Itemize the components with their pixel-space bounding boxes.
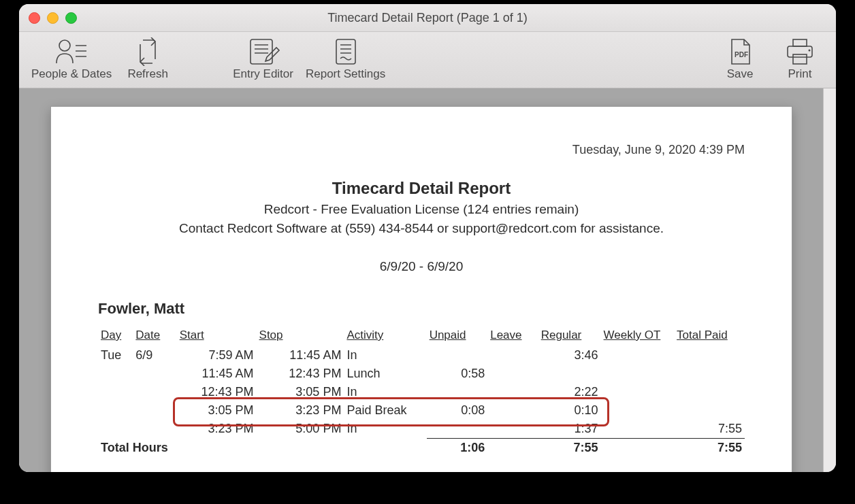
table-row: 12:43 PM3:05 PMIn2:22 [98, 383, 745, 401]
employee-name: Fowler, Matt [98, 300, 745, 318]
print-label: Print [788, 67, 812, 81]
report-timestamp: Tuesday, June 9, 2020 4:39 PM [98, 143, 745, 157]
titlebar: Timecard Detail Report (Page 1 of 1) [19, 4, 836, 32]
cell-weekly_ot [601, 346, 675, 365]
cell-total_paid: 7:55 [674, 420, 745, 439]
toolbar: People & Dates Refresh [19, 32, 836, 88]
totals-weekly_ot [601, 439, 675, 457]
svg-rect-15 [793, 54, 807, 64]
col-unpaid: Unpaid [427, 324, 488, 346]
cell-weekly_ot [601, 383, 675, 401]
cell-total_paid [674, 383, 745, 401]
entry-editor-label: Entry Editor [233, 67, 293, 81]
cell-activity: Paid Break [344, 401, 426, 420]
cell-start: 3:23 PM [177, 420, 257, 439]
cell-stop: 3:23 PM [257, 401, 344, 420]
cell-weekly_ot [601, 420, 675, 439]
vertical-scrollbar[interactable] [823, 88, 836, 472]
cell-activity: Lunch [344, 365, 426, 383]
entry-editor-icon [246, 36, 280, 67]
document-viewport[interactable]: Tuesday, June 9, 2020 4:39 PM Timecard D… [19, 88, 823, 472]
people-dates-button[interactable]: People & Dates [31, 36, 112, 81]
cell-regular [538, 365, 601, 383]
refresh-label: Refresh [127, 67, 168, 81]
content-area: Tuesday, June 9, 2020 4:39 PM Timecard D… [19, 88, 836, 472]
report-settings-icon [332, 36, 359, 67]
col-activity: Activity [344, 324, 426, 346]
cell-day [98, 401, 133, 420]
window-controls [29, 12, 77, 24]
totals-unpaid: 1:06 [427, 439, 488, 457]
cell-unpaid: 0:58 [427, 365, 488, 383]
cell-start: 11:45 AM [177, 365, 257, 383]
report-settings-button[interactable]: Report Settings [306, 36, 385, 81]
save-button[interactable]: PDF Save [716, 36, 764, 81]
cell-date: 6/9 [133, 346, 176, 365]
col-weekly-ot: Weekly OT [601, 324, 675, 346]
cell-stop: 12:43 PM [257, 365, 344, 383]
date-range: 6/9/20 - 6/9/20 [98, 259, 745, 274]
cell-leave [487, 420, 538, 439]
pdf-icon: PDF [726, 36, 754, 67]
report-settings-label: Report Settings [306, 67, 385, 81]
cell-unpaid [427, 383, 488, 401]
app-window: Timecard Detail Report (Page 1 of 1) Peo… [19, 4, 836, 472]
cell-leave [487, 383, 538, 401]
svg-text:PDF: PDF [735, 51, 748, 58]
cell-regular: 3:46 [538, 346, 601, 365]
table-row: 11:45 AM12:43 PMLunch0:58 [98, 365, 745, 383]
cell-regular: 1:37 [538, 420, 601, 439]
cell-stop: 5:00 PM [257, 420, 344, 439]
cell-leave [487, 346, 538, 365]
cell-weekly_ot [601, 401, 675, 420]
col-regular: Regular [538, 324, 601, 346]
cell-total_paid [674, 401, 745, 420]
table-row: Tue6/97:59 AM11:45 AMIn3:46 [98, 346, 745, 365]
col-total-paid: Total Paid [674, 324, 745, 346]
cell-stop: 3:05 PM [257, 383, 344, 401]
cell-leave [487, 401, 538, 420]
cell-date [133, 401, 176, 420]
report-title: Timecard Detail Report [98, 179, 745, 198]
cell-total_paid [674, 365, 745, 383]
close-window-button[interactable] [29, 12, 40, 24]
table-header-row: Day Date Start Stop Activity Unpaid Leav… [98, 324, 745, 346]
zoom-window-button[interactable] [65, 12, 77, 24]
svg-rect-13 [793, 39, 807, 46]
report-page: Tuesday, June 9, 2020 4:39 PM Timecard D… [50, 106, 792, 472]
minimize-window-button[interactable] [47, 12, 59, 24]
cell-date [133, 365, 176, 383]
cell-leave [487, 365, 538, 383]
cell-unpaid: 0:08 [427, 401, 488, 420]
print-button[interactable]: Print [776, 36, 824, 81]
svg-rect-14 [788, 46, 812, 57]
cell-date [133, 383, 176, 401]
cell-day [98, 365, 133, 383]
cell-regular: 2:22 [538, 383, 601, 401]
totals-label: Total Hours [98, 439, 427, 457]
cell-day [98, 383, 133, 401]
cell-unpaid [427, 346, 488, 365]
window-title: Timecard Detail Report (Page 1 of 1) [19, 11, 836, 25]
people-icon [52, 36, 91, 67]
license-line: Redcort - Free Evaluation License (124 e… [98, 202, 745, 217]
cell-day: Tue [98, 346, 133, 365]
col-leave: Leave [487, 324, 538, 346]
table-row: 3:05 PM3:23 PMPaid Break0:080:10 [98, 401, 745, 420]
cell-activity: In [344, 383, 426, 401]
totals-total_paid: 7:55 [674, 439, 745, 457]
totals-regular: 7:55 [538, 439, 601, 457]
refresh-button[interactable]: Refresh [124, 36, 172, 81]
refresh-icon [131, 36, 165, 67]
cell-activity: In [344, 346, 426, 365]
entry-editor-button[interactable]: Entry Editor [233, 36, 293, 81]
cell-start: 3:05 PM [177, 401, 257, 420]
cell-activity: In [344, 420, 426, 439]
cell-date [133, 420, 176, 439]
cell-unpaid [427, 420, 488, 439]
totals-leave [487, 439, 538, 457]
svg-rect-8 [336, 39, 355, 64]
totals-row: Total Hours1:067:557:55 [98, 439, 745, 457]
col-stop: Stop [257, 324, 344, 346]
table-row: 3:23 PM5:00 PMIn1:377:55 [98, 420, 745, 439]
